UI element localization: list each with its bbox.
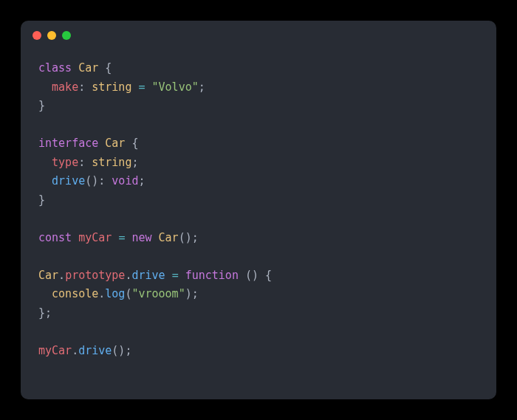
code-line: console.log("vrooom"); (38, 285, 479, 304)
code-token: string (92, 80, 131, 94)
code-token: Car (159, 231, 179, 244)
code-line (38, 247, 479, 266)
code-token (38, 287, 52, 300)
code-token (179, 269, 185, 282)
code-line: type: string; (38, 154, 479, 173)
code-token: : (78, 156, 92, 169)
code-token: interface (38, 137, 105, 150)
code-token: (); (179, 231, 199, 244)
code-token: log (105, 287, 125, 300)
code-token (145, 80, 152, 94)
code-line: drive(): void; (38, 172, 479, 191)
code-token: void (112, 174, 138, 187)
code-token: drive (52, 174, 85, 187)
close-icon[interactable] (32, 31, 41, 40)
code-token: . (72, 344, 78, 357)
code-line (38, 323, 479, 342)
code-token: } (38, 193, 45, 207)
editor-window: class Car { make: string = "Volvo";} int… (21, 21, 496, 399)
code-token: type (52, 156, 78, 169)
code-token: function (185, 269, 245, 282)
code-token (165, 269, 172, 282)
code-token (38, 156, 52, 169)
code-token: class (38, 61, 78, 75)
code-token: const (38, 231, 78, 244)
code-area[interactable]: class Car { make: string = "Volvo";} int… (21, 50, 496, 378)
code-line (38, 210, 479, 229)
code-token: ); (185, 287, 199, 300)
code-token: "vrooom" (131, 287, 185, 300)
code-token: Car (105, 137, 131, 150)
code-token (38, 80, 52, 94)
code-token: { (105, 61, 112, 75)
code-line: const myCar = new Car(); (38, 229, 479, 248)
code-token: . (98, 287, 105, 300)
code-token: (): (85, 174, 112, 187)
code-token: Car (38, 269, 58, 282)
zoom-icon[interactable] (62, 31, 71, 40)
code-line: Car.prototype.drive = function () { (38, 266, 479, 286)
code-token: { (131, 137, 138, 150)
code-token: myCar (38, 344, 72, 357)
code-line (38, 116, 479, 135)
code-token: = (138, 80, 145, 94)
code-token: make (52, 80, 78, 94)
code-token: drive (78, 344, 112, 357)
titlebar (21, 21, 496, 50)
code-token: Car (78, 61, 105, 75)
code-line: make: string = "Volvo"; (38, 78, 479, 97)
code-token: prototype (65, 269, 125, 282)
code-token: () { (245, 269, 272, 282)
code-token: : (78, 80, 92, 94)
code-token: console (52, 287, 98, 300)
code-token: (); (112, 344, 131, 357)
code-token: . (58, 269, 65, 282)
code-line: } (38, 191, 479, 210)
code-token: drive (131, 269, 165, 282)
code-token: ; (199, 80, 205, 94)
code-token: } (38, 99, 45, 112)
code-token: = (172, 269, 179, 282)
code-token: "Volvo" (152, 80, 199, 94)
code-token: new (131, 231, 158, 244)
code-token: myCar (78, 231, 112, 244)
minimize-icon[interactable] (47, 31, 56, 40)
code-line: myCar.drive(); (38, 342, 479, 361)
code-line: }; (38, 304, 479, 323)
code-token: ; (131, 156, 138, 169)
code-token (38, 174, 52, 187)
code-line: } (38, 97, 479, 116)
code-line: class Car { (38, 59, 479, 78)
code-token: }; (38, 306, 52, 320)
code-line: interface Car { (38, 134, 479, 154)
code-token: string (92, 156, 131, 169)
code-token: ; (138, 174, 145, 187)
